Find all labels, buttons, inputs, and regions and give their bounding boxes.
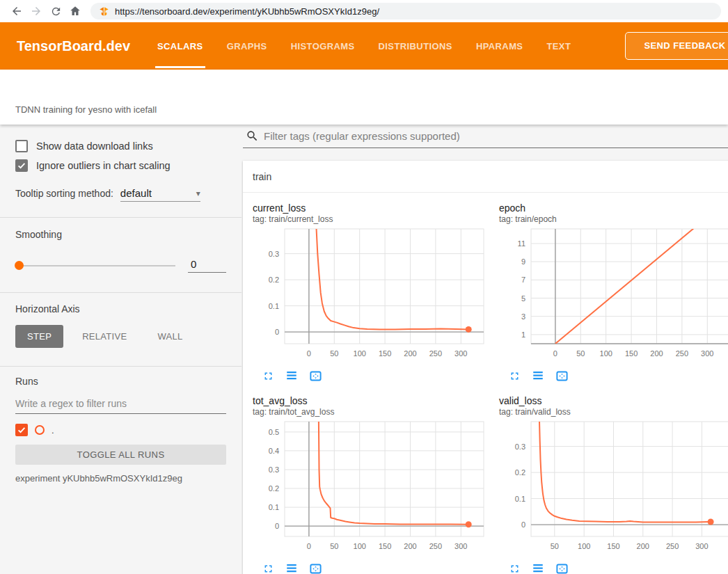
experiment-subtitle-band: TDNN training for yesno with icefall (0, 70, 728, 125)
chart-plot-epoch[interactable]: 0501001502002503001357911 (499, 227, 728, 365)
svg-text:0.1: 0.1 (269, 503, 279, 511)
chart-card-tot_avg_loss: tot_avg_losstag: train/tot_avg_loss05010… (253, 395, 486, 574)
tab-graphs[interactable]: GRAPHS (215, 22, 279, 70)
svg-text:100: 100 (354, 542, 366, 550)
chart-actions (507, 369, 728, 383)
toggle-all-runs-button[interactable]: TOGGLE ALL RUNS (15, 445, 226, 465)
axis-option-relative[interactable]: RELATIVE (70, 325, 139, 348)
tooltip-sorting-value: default (120, 187, 152, 199)
svg-text:50: 50 (330, 542, 338, 550)
chart-plot-current_loss[interactable]: 05010015020025030000.10.20.3 (253, 227, 486, 365)
nav-tabs: SCALARSGRAPHSHISTOGRAMSDISTRIBUTIONSHPAR… (145, 22, 583, 70)
chart-card-current_loss: current_losstag: train/current_loss05010… (253, 202, 486, 383)
svg-text:0.2: 0.2 (515, 468, 525, 477)
svg-text:150: 150 (607, 542, 619, 550)
svg-text:0.2: 0.2 (269, 276, 279, 284)
browser-chrome: https://tensorboard.dev/experiment/yKUbh… (0, 0, 728, 22)
run-color-swatch-icon (35, 425, 45, 435)
svg-text:100: 100 (354, 349, 366, 358)
smoothing-slider-thumb[interactable] (15, 261, 24, 270)
log-scale-icon[interactable] (285, 561, 299, 574)
svg-text:100: 100 (600, 349, 612, 358)
run-checkbox-checked-icon[interactable] (15, 424, 28, 436)
chart-plot-valid_loss[interactable]: 5010015020025030000.10.20.3 (499, 420, 728, 557)
svg-text:200: 200 (404, 349, 416, 358)
svg-text:5: 5 (521, 294, 525, 303)
settings-sidebar: Show data download links Ignore outliers… (0, 125, 242, 574)
experiment-title: TDNN training for yesno with icefall (15, 104, 157, 115)
tag-group-header[interactable]: train (243, 161, 728, 193)
svg-text:0.3: 0.3 (515, 443, 525, 451)
chart-actions (507, 561, 728, 574)
svg-text:200: 200 (637, 542, 649, 550)
svg-text:0: 0 (275, 328, 279, 336)
chart-tag: tag: train/valid_loss (499, 407, 728, 417)
svg-text:200: 200 (650, 349, 663, 358)
smoothing-value[interactable]: 0 (188, 258, 226, 273)
fullscreen-icon[interactable] (507, 561, 521, 574)
tab-distributions[interactable]: DISTRIBUTIONS (367, 22, 464, 70)
tooltip-sorting-label: Tooltip sorting method: (15, 188, 113, 199)
tab-hparams[interactable]: HPARAMS (464, 22, 535, 70)
fit-domain-icon[interactable] (555, 561, 569, 574)
url-text: https://tensorboard.dev/experiment/yKUbh… (115, 6, 379, 17)
ignore-outliers-checkbox-row[interactable]: Ignore outliers in chart scaling (15, 159, 226, 172)
address-bar[interactable]: https://tensorboard.dev/experiment/yKUbh… (90, 3, 721, 19)
svg-text:0.3: 0.3 (269, 250, 279, 258)
svg-text:100: 100 (578, 542, 590, 550)
back-icon[interactable] (7, 1, 26, 21)
svg-text:0.1: 0.1 (515, 495, 525, 503)
fullscreen-icon[interactable] (507, 369, 521, 383)
checkbox-unchecked-icon[interactable] (15, 140, 28, 152)
chart-tag: tag: train/tot_avg_loss (253, 407, 486, 417)
show-download-links-checkbox-row[interactable]: Show data download links (15, 140, 226, 152)
fullscreen-icon[interactable] (261, 369, 275, 383)
fit-domain-icon[interactable] (555, 369, 569, 383)
reload-icon[interactable] (46, 1, 65, 21)
svg-text:0: 0 (521, 520, 525, 529)
tab-scalars[interactable]: SCALARS (145, 22, 215, 70)
tag-group-label: train (253, 171, 271, 182)
fullscreen-icon[interactable] (261, 561, 275, 574)
svg-text:11: 11 (518, 239, 525, 248)
chart-title: epoch (499, 202, 728, 214)
chart-plot-tot_avg_loss[interactable]: 05010015020025030000.10.20.30.40.5 (253, 420, 486, 557)
tab-text[interactable]: TEXT (535, 22, 583, 70)
fit-domain-icon[interactable] (308, 369, 322, 383)
send-feedback-button[interactable]: SEND FEEDBACK (625, 32, 728, 60)
svg-text:0.3: 0.3 (269, 465, 279, 474)
svg-text:0: 0 (307, 542, 311, 550)
svg-text:300: 300 (454, 542, 467, 550)
forward-icon[interactable] (26, 1, 46, 21)
app-header: TensorBoard.dev SCALARSGRAPHSHISTOGRAMSD… (0, 22, 728, 70)
tab-histograms[interactable]: HISTOGRAMS (279, 22, 367, 70)
experiment-id-label: experiment yKUbhb5wRmOSXYkId1z9eg (15, 473, 226, 484)
svg-text:0.4: 0.4 (269, 447, 279, 455)
run-name: . (52, 425, 54, 436)
log-scale-icon[interactable] (531, 369, 545, 383)
svg-text:250: 250 (429, 349, 442, 358)
svg-text:0.5: 0.5 (269, 428, 279, 436)
checkbox-checked-icon[interactable] (15, 159, 28, 172)
svg-text:150: 150 (625, 349, 638, 358)
axis-option-wall[interactable]: WALL (145, 325, 194, 348)
runs-filter-input[interactable] (15, 395, 226, 414)
svg-text:1: 1 (521, 330, 525, 339)
chart-title: tot_avg_loss (253, 395, 486, 406)
filter-tags-input[interactable] (264, 130, 728, 142)
home-icon[interactable] (65, 1, 85, 21)
fit-domain-icon[interactable] (308, 561, 322, 574)
brand-title: TensorBoard.dev (17, 38, 145, 54)
svg-text:300: 300 (695, 542, 708, 550)
run-row[interactable]: . (15, 424, 226, 436)
smoothing-slider[interactable] (15, 265, 175, 266)
log-scale-icon[interactable] (531, 561, 545, 574)
svg-text:250: 250 (676, 349, 688, 358)
axis-option-step[interactable]: STEP (15, 325, 63, 348)
chart-actions (261, 369, 486, 383)
svg-text:0: 0 (307, 349, 311, 358)
horizontal-axis-buttons: STEPRELATIVEWALL (15, 325, 226, 348)
chevron-down-icon: ▾ (196, 189, 200, 198)
tooltip-sorting-select[interactable]: default ▾ (120, 187, 200, 202)
log-scale-icon[interactable] (285, 369, 299, 383)
